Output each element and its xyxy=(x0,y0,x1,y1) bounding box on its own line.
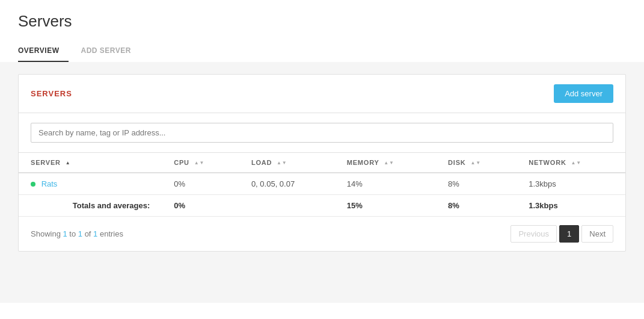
showing-text: Showing 1 to 1 of 1 entries xyxy=(31,229,123,238)
servers-table-wrapper: SERVER ▲ CPU ▲▼ LOAD ▲▼ xyxy=(19,153,625,217)
totals-row: Totals and averages: 0% 15% 8% 1.3kbps xyxy=(19,195,625,217)
table-header-row: SERVER ▲ CPU ▲▼ LOAD ▲▼ xyxy=(19,153,625,173)
totals-load xyxy=(239,195,335,217)
page-title: Servers xyxy=(18,12,626,31)
servers-card: SERVERS Add server SERVER ▲ xyxy=(18,74,626,252)
sort-icon-cpu: ▲▼ xyxy=(194,161,204,166)
col-disk[interactable]: DISK ▲▼ xyxy=(436,153,517,173)
col-memory[interactable]: MEMORY ▲▼ xyxy=(335,153,436,173)
pagination-controls: Previous 1 Next xyxy=(511,225,613,243)
search-input[interactable] xyxy=(31,123,613,143)
sort-icon-server: ▲ xyxy=(66,161,71,166)
showing-start: 1 xyxy=(63,229,67,238)
cell-cpu: 0% xyxy=(162,173,239,195)
servers-table: SERVER ▲ CPU ▲▼ LOAD ▲▼ xyxy=(19,153,625,217)
table-row: Rats 0% 0, 0.05, 0.07 14% 8% 1.3kbps xyxy=(19,173,625,195)
totals-label: Totals and averages: xyxy=(19,195,162,217)
content-area: SERVERS Add server SERVER ▲ xyxy=(0,62,644,303)
sort-icon-network: ▲▼ xyxy=(571,161,581,166)
totals-cpu: 0% xyxy=(162,195,239,217)
add-server-button[interactable]: Add server xyxy=(554,84,613,103)
page-1-button[interactable]: 1 xyxy=(559,225,579,243)
header: Servers OVERVIEW ADD SERVER xyxy=(0,0,644,62)
card-header: SERVERS Add server xyxy=(19,75,625,113)
cell-network: 1.3kbps xyxy=(517,173,625,195)
cell-memory: 14% xyxy=(335,173,436,195)
search-area xyxy=(19,113,625,153)
sort-icon-disk: ▲▼ xyxy=(470,161,480,166)
previous-button[interactable]: Previous xyxy=(511,225,557,243)
next-button[interactable]: Next xyxy=(581,225,613,243)
cell-server: Rats xyxy=(19,173,162,195)
nav-tabs: OVERVIEW ADD SERVER xyxy=(18,40,626,62)
server-link[interactable]: Rats xyxy=(41,179,58,188)
tab-overview[interactable]: OVERVIEW xyxy=(18,40,69,62)
col-cpu[interactable]: CPU ▲▼ xyxy=(162,153,239,173)
totals-network: 1.3kbps xyxy=(517,195,625,217)
col-load[interactable]: LOAD ▲▼ xyxy=(239,153,335,173)
sort-icon-memory: ▲▼ xyxy=(384,161,394,166)
card-title: SERVERS xyxy=(31,89,72,98)
col-network[interactable]: NETWORK ▲▼ xyxy=(517,153,625,173)
totals-memory: 15% xyxy=(335,195,436,217)
tab-add-server[interactable]: ADD SERVER xyxy=(81,40,140,62)
status-indicator xyxy=(31,182,35,187)
cell-load: 0, 0.05, 0.07 xyxy=(239,173,335,195)
col-server[interactable]: SERVER ▲ xyxy=(19,153,162,173)
cell-disk: 8% xyxy=(436,173,517,195)
sort-icon-load: ▲▼ xyxy=(277,161,287,166)
pagination-area: Showing 1 to 1 of 1 entries Previous 1 N… xyxy=(19,217,625,251)
showing-end: 1 xyxy=(78,229,82,238)
totals-disk: 8% xyxy=(436,195,517,217)
